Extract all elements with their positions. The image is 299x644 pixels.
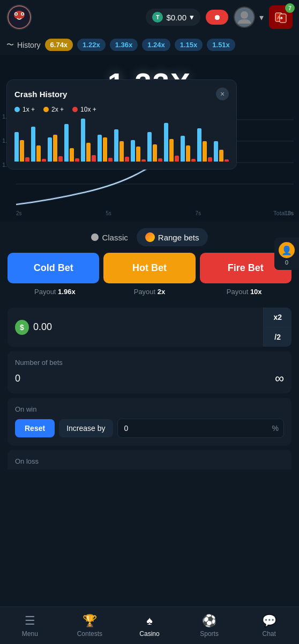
reset-button[interactable]: Reset — [15, 419, 55, 437]
nav-item-contests[interactable]: 🏆 Contests — [60, 610, 120, 642]
chevron-down-icon: ▾ — [259, 12, 264, 23]
bar-2x — [186, 145, 190, 162]
hot-payout-label: Payout — [134, 288, 155, 296]
player-count: 0 — [285, 259, 288, 266]
record-button[interactable]: ⏺ — [206, 10, 228, 25]
top-navigation: T $0.00 ▾ ⏺ ▾ 7 A♠ — [0, 0, 299, 34]
bar-1x — [147, 132, 152, 162]
range-bets-button[interactable]: Range bets — [137, 228, 208, 246]
history-bar: 〜 History 6.74x 1.22x 1.36x 1.24x 1.15x … — [0, 34, 299, 55]
bar-2x — [203, 141, 207, 162]
range-label: Range bets — [158, 233, 199, 242]
history-tag-5[interactable]: 1.51x — [207, 39, 235, 51]
bar-group — [31, 127, 46, 162]
bar-group — [48, 135, 63, 162]
avatar[interactable] — [234, 6, 255, 28]
cold-bet-button[interactable]: Cold Bet — [8, 253, 99, 283]
history-label[interactable]: 〜 History — [6, 40, 41, 50]
bar-2x — [119, 141, 124, 162]
bar-2x — [153, 144, 157, 162]
bar-2x — [103, 137, 107, 162]
bar-1x — [48, 137, 52, 162]
bet-mode-selector: Classic Range bets — [0, 222, 299, 253]
fire-payout-label: Payout — [227, 288, 248, 296]
hot-payout-value: 2x — [158, 288, 165, 296]
bar-1x — [81, 119, 85, 162]
svg-point-4 — [16, 13, 17, 15]
percent-sign: % — [272, 424, 279, 433]
classic-mode-button[interactable]: Classic — [91, 233, 128, 242]
avatar-area: ▾ — [234, 6, 264, 28]
bar-1x — [14, 132, 19, 162]
nav-item-casino[interactable]: ♠ Casino — [119, 610, 180, 642]
increase-by-button[interactable]: Increase by — [59, 419, 113, 437]
card-game-icon[interactable]: 7 A♠ — [269, 5, 293, 29]
history-text: History — [17, 41, 41, 49]
bar-10x — [208, 157, 212, 162]
number-of-bets-row: 0 ∞ — [15, 371, 284, 386]
history-tag-3[interactable]: 1.24x — [142, 39, 170, 51]
hot-bet-button[interactable]: Hot Bet — [103, 253, 195, 283]
bar-group — [214, 141, 229, 162]
bar-1x — [31, 127, 35, 162]
logo — [6, 4, 32, 30]
bar-10x — [225, 159, 229, 162]
bar-group — [114, 129, 129, 162]
chevron-down-icon: ▾ — [190, 12, 194, 22]
bar-10x — [125, 157, 129, 162]
bar-2x — [53, 135, 57, 162]
classic-label: Classic — [102, 233, 128, 242]
history-tag-2[interactable]: 1.36x — [110, 39, 138, 51]
x2-button[interactable]: x2 — [264, 308, 291, 327]
nav-label-casino: Casino — [139, 630, 159, 638]
bar-10x — [58, 156, 63, 162]
record-icon: ⏺ — [213, 13, 221, 21]
bar-10x — [141, 159, 146, 162]
nav-label-sports: Sports — [200, 630, 219, 638]
infinity-button[interactable]: ∞ — [275, 371, 284, 386]
on-loss-section-peek: On loss — [8, 450, 291, 470]
div2-button[interactable]: /2 — [264, 327, 291, 347]
balance-button[interactable]: T $0.00 ▾ — [146, 9, 200, 26]
menu-icon: ☰ — [25, 614, 35, 628]
nav-item-chat[interactable]: 💬 Chat — [239, 610, 299, 642]
history-tag-1[interactable]: 1.22x — [77, 39, 106, 51]
nav-label-chat: Chat — [262, 630, 275, 638]
crash-history-popup: Crash History × 1x + 2x + 10x + — [6, 79, 237, 170]
bar-10x — [175, 156, 179, 162]
bar-2x — [70, 148, 74, 162]
cold-payout-label: Payout — [34, 288, 56, 296]
player-count-sidebar[interactable]: 👤 0 — [274, 238, 299, 270]
bar-10x — [158, 158, 162, 162]
nav-item-sports[interactable]: ⚽ Sports — [180, 610, 240, 642]
bet-amount-input[interactable]: 0.00 — [33, 321, 256, 333]
legend-item-10x: 10x + — [72, 106, 96, 113]
legend-dot-1x — [14, 107, 20, 112]
svg-text:A♠: A♠ — [277, 15, 283, 20]
bar-group — [181, 136, 196, 162]
bar-group — [147, 132, 162, 162]
legend-dot-2x — [43, 107, 49, 112]
sports-icon: ⚽ — [202, 614, 216, 628]
nav-item-menu[interactable]: ☰ Menu — [0, 610, 60, 642]
bar-group — [98, 135, 113, 162]
percent-input-wrap: % — [117, 419, 284, 438]
bar-2x — [219, 150, 223, 162]
cold-payout: Payout 1.96x — [8, 288, 102, 296]
history-tag-0[interactable]: 6.74x — [45, 39, 73, 51]
bar-10x — [191, 159, 196, 162]
close-crash-popup-button[interactable]: × — [216, 87, 229, 100]
percent-input[interactable] — [117, 419, 284, 438]
chart-legend: 1x + 2x + 10x + — [14, 106, 229, 113]
legend-item-2x: 2x + — [43, 106, 64, 113]
bar-1x — [214, 141, 218, 162]
bar-10x — [92, 155, 96, 162]
bar-2x — [86, 143, 91, 162]
number-of-bets-section: Number of bets 0 ∞ — [8, 351, 291, 393]
contests-icon: 🏆 — [83, 614, 97, 628]
bar-1x — [131, 140, 135, 162]
bar-group — [164, 123, 179, 162]
bar-2x — [169, 139, 174, 162]
history-tag-4[interactable]: 1.15x — [175, 39, 203, 51]
nav-label-contests: Contests — [77, 630, 102, 638]
